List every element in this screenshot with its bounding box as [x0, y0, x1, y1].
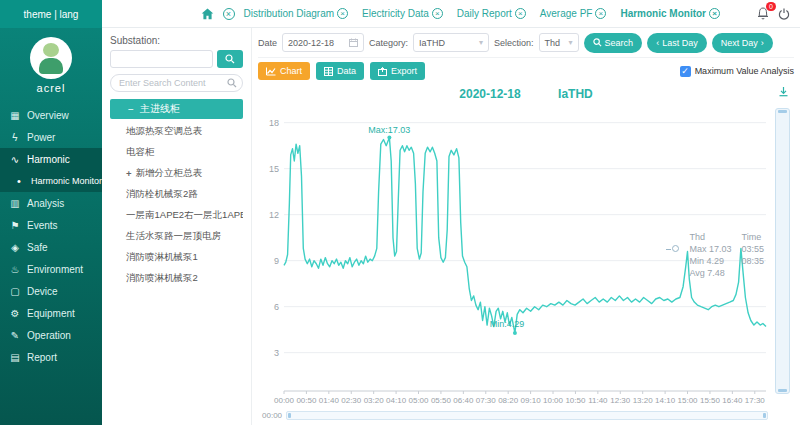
sidebar-item-label: Harmonic Monitor: [31, 176, 102, 186]
tree-item[interactable]: 地源热泵空调总表: [110, 121, 243, 142]
sidebar-item-label: Harmonic: [27, 154, 70, 165]
tab-close-icon[interactable]: ×: [515, 8, 526, 19]
circuit-tree: −主进线柜 地源热泵空调总表 电容柜 +新增分立柜总表 消防栓机械泵2路 一层南…: [110, 99, 243, 289]
tooltip-min: Min 4.29: [689, 256, 731, 267]
collapse-icon[interactable]: −: [128, 104, 134, 115]
y-tick-label: 9: [274, 256, 279, 266]
tab-close-icon[interactable]: ×: [595, 8, 606, 19]
tree-item[interactable]: 一层南1APE2右一层北1APE1左: [110, 205, 243, 226]
tab-average-pf[interactable]: Average PF×: [540, 0, 607, 28]
datazoom-handle-bottom[interactable]: [778, 389, 787, 392]
x-tick-label: 05:50: [431, 396, 452, 405]
tab-distribution-diagram[interactable]: Distribution Diagram×: [244, 0, 349, 28]
selection-select[interactable]: Thd ▾: [539, 33, 579, 52]
sidebar-item-safe[interactable]: ◈Safe: [0, 236, 102, 258]
expand-icon[interactable]: +: [126, 168, 132, 179]
horizontal-datazoom-slider[interactable]: [286, 411, 768, 420]
data-button-label: Data: [337, 66, 356, 76]
tab-harmonic-monitor[interactable]: Harmonic Monitor×: [620, 0, 720, 28]
export-button[interactable]: Export: [370, 62, 425, 80]
tree-item[interactable]: 消防喷淋机械泵1: [110, 247, 243, 268]
x-tick-label: 08:20: [498, 396, 519, 405]
sidebar-item-events[interactable]: ⚑Events: [0, 214, 102, 236]
category-select[interactable]: IaTHD ▾: [413, 33, 489, 52]
sidebar-item-harmonic[interactable]: ∿Harmonic: [0, 148, 102, 170]
sidebar-item-environment[interactable]: ♨Environment: [0, 258, 102, 280]
line-chart-icon: [266, 67, 276, 76]
home-icon[interactable]: [201, 8, 214, 20]
tree-item-label: 地源热泵空调总表: [126, 125, 202, 138]
save-as-image-icon[interactable]: [778, 86, 789, 99]
notification-bell-icon[interactable]: 0: [757, 7, 769, 20]
report-icon: ▤: [9, 352, 21, 363]
bullet-icon: •: [13, 175, 25, 187]
datazoom-handle-left[interactable]: [288, 413, 291, 418]
tab-label: Harmonic Monitor: [620, 8, 706, 19]
datazoom-handle-right[interactable]: [763, 413, 766, 418]
x-tick-label: 07:30: [476, 396, 497, 405]
tab-bar: Distribution Diagram× Electricity Data× …: [244, 0, 721, 28]
sidebar-item-power[interactable]: ϟPower: [0, 126, 102, 148]
chart-title-date: 2020-12-18: [459, 87, 520, 101]
next-day-button[interactable]: Next Day ›: [712, 33, 773, 53]
data-view-button[interactable]: Data: [316, 62, 364, 80]
datazoom-handle-top[interactable]: [778, 110, 787, 113]
max-value-analysis-toggle[interactable]: ✓ Maximum Value Analysis: [680, 66, 794, 77]
x-tick-label: 02:30: [341, 396, 362, 405]
tab-daily-report[interactable]: Daily Report×: [457, 0, 526, 28]
x-tick-label: 06:40: [453, 396, 474, 405]
sidebar-item-report[interactable]: ▤Report: [0, 346, 102, 368]
app-logo: [30, 37, 72, 79]
close-all-tabs-icon[interactable]: ×: [223, 8, 235, 20]
sidebar-item-label: Analysis: [27, 198, 64, 209]
data-table-icon: [324, 67, 333, 76]
checkbox-checked-icon[interactable]: ✓: [680, 66, 691, 77]
x-tick-label: 09:10: [521, 396, 542, 405]
sidebar-item-overview[interactable]: ▦Overview: [0, 104, 102, 126]
date-picker[interactable]: 2020-12-18: [282, 33, 364, 52]
tree-root-label: 主进线柜: [140, 102, 180, 116]
tree-item[interactable]: 消防喷淋机械泵2: [110, 268, 243, 289]
sidebar-item-analysis[interactable]: ▥Analysis: [0, 192, 102, 214]
logout-power-icon[interactable]: [778, 8, 790, 20]
x-tick-label: 15:00: [678, 396, 699, 405]
search-button[interactable]: Search: [584, 33, 643, 53]
tooltip-max: Max 17.03: [689, 244, 731, 255]
sidebar-item-device[interactable]: ▢Device: [0, 280, 102, 302]
tab-close-icon[interactable]: ×: [432, 8, 443, 19]
sidebar-item-operation[interactable]: ✎Operation: [0, 324, 102, 346]
tab-close-icon[interactable]: ×: [709, 8, 720, 19]
max-value-analysis-label: Maximum Value Analysis: [695, 66, 794, 76]
tree-root-node[interactable]: −主进线柜: [110, 99, 243, 119]
sidebar-item-harmonic-monitor[interactable]: •Harmonic Monitor: [0, 170, 102, 192]
tree-item[interactable]: 电容柜: [110, 142, 243, 163]
tree-item-label: 新增分立柜总表: [136, 167, 203, 180]
sidebar-item-equipment[interactable]: ⚙Equipment: [0, 302, 102, 324]
main-panel: Date 2020-12-18 Category: IaTHD ▾ Select…: [252, 28, 800, 425]
content-area: Substation: −主进线柜 地源热泵空调总表 电容柜: [102, 28, 800, 425]
substation-search-button[interactable]: [217, 50, 243, 68]
tab-electricity-data[interactable]: Electricity Data×: [362, 0, 443, 28]
tree-item[interactable]: +新增分立柜总表: [110, 163, 243, 184]
tree-item[interactable]: 生活水泵路一层顶电房: [110, 226, 243, 247]
view-toolbar: Chart Data Export ✓ Maximum Value Analys…: [258, 58, 794, 84]
tooltip-avg: Avg 7.48: [689, 268, 731, 279]
power-icon: ϟ: [9, 132, 21, 143]
tab-label: Average PF: [540, 8, 593, 19]
chevron-down-icon: ▾: [479, 38, 483, 47]
right-column: × Distribution Diagram× Electricity Data…: [102, 0, 800, 425]
x-tick-label: 13:20: [633, 396, 654, 405]
theme-lang-switcher[interactable]: theme | lang: [0, 0, 102, 28]
x-tick-label: 10:50: [565, 396, 586, 405]
chart-view-button[interactable]: Chart: [258, 62, 310, 80]
search-icon[interactable]: [227, 78, 237, 90]
max-point-label: Max:17.03: [368, 125, 410, 135]
substation-tree-panel: Substation: −主进线柜 地源热泵空调总表 电容柜: [102, 28, 252, 425]
x-tick-label: 17:30: [745, 396, 766, 405]
substation-input[interactable]: [110, 50, 213, 68]
tree-search-input[interactable]: [110, 74, 243, 92]
vertical-datazoom-slider[interactable]: [775, 108, 790, 394]
tree-item[interactable]: 消防栓机械泵2路: [110, 184, 243, 205]
tab-close-icon[interactable]: ×: [337, 8, 348, 19]
last-day-button[interactable]: ‹ Last Day: [647, 33, 707, 53]
